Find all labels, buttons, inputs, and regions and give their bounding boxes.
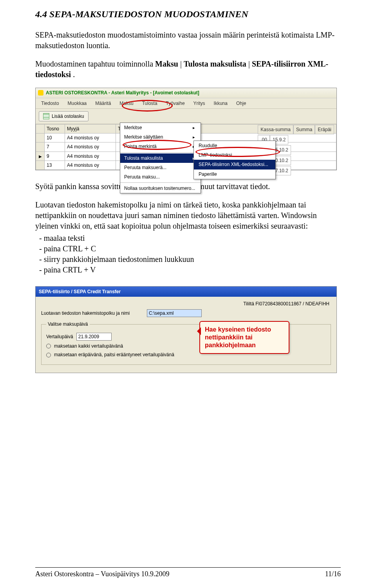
dialog-title: SEPA-tilisiirto / SEPA Credit Transfer — [36, 287, 336, 297]
section-heading: 4.4 SEPA-MAKSUTIEDOSTON MUODOSTAMINEN — [35, 8, 341, 20]
menu-item[interactable]: Ohje — [233, 99, 249, 107]
menu-item-tulosta-maksulista[interactable]: Tulosta maksulista — [120, 153, 201, 163]
radio-label: maksetaan eräpäivänä, paitsi erääntyneet… — [54, 352, 174, 358]
menu-item[interactable]: Yritys — [190, 99, 208, 107]
menubar[interactable]: Tiedosto Muokkaa Määritä Maksu Tulosta T… — [36, 98, 336, 109]
menu-item[interactable]: Maksu — [116, 99, 136, 107]
menu-path-paragraph: Muodostaminen tapahtuu toiminnolla Maksu… — [35, 59, 341, 80]
cell[interactable]: 9 — [45, 152, 65, 161]
col-header[interactable]: Myyjä — [65, 124, 116, 133]
maksu-menu-popup[interactable]: Merkitse Merkitse säilyttäen Poista merk… — [120, 123, 201, 193]
cell[interactable]: A4 monistus oy — [65, 161, 116, 170]
row-selector[interactable] — [36, 161, 45, 170]
menu-item[interactable]: Tulosta — [139, 99, 161, 107]
menu-item[interactable]: Peruuta maksu... — [120, 172, 201, 182]
row-selector[interactable] — [36, 133, 45, 142]
paragraph: Luotavan tiedoston hakemistopolku ja nim… — [35, 200, 341, 231]
app-icon — [38, 90, 43, 96]
menu-item[interactable]: LMP-tiedostoksi... — [194, 150, 275, 160]
menu-step-1: Maksu — [155, 60, 178, 68]
cell[interactable]: 13 — [45, 161, 65, 170]
menu-item[interactable]: Merkitse — [120, 123, 201, 132]
compare-date-input[interactable] — [76, 333, 112, 341]
path-input[interactable] — [147, 309, 202, 317]
cell[interactable]: A4 monistus oy — [65, 152, 116, 161]
app-window-screenshot: ASTERI OSTORESKONTRA - Asteri Malliyrity… — [35, 88, 337, 170]
tulosta-submenu-popup[interactable]: Ruudulle LMP-tiedostoksi... SEPA-tilisii… — [193, 141, 276, 179]
cell[interactable]: A4 monistus oy — [65, 133, 116, 142]
text: . — [73, 70, 75, 79]
col-header: Summa — [293, 125, 315, 134]
menu-item[interactable]: Poista merkintä — [120, 142, 201, 151]
intro-paragraph: SEPA-maksutiedoston muodostamistoiminto … — [35, 30, 341, 51]
field-label: Vertailupäivä — [46, 334, 73, 340]
add-invoice-button[interactable]: Lisää ostolasku — [39, 111, 89, 121]
menu-item[interactable]: Tiedosto — [38, 99, 62, 107]
grid-area: Tosno Myyjä T 10 A4 monistus oy 7 A4 mon… — [36, 124, 336, 170]
chevron-right-icon — [193, 134, 195, 140]
path-label: Luotavan tiedoston hakemistopolku ja nim… — [41, 310, 143, 316]
toolbar: Lisää ostolasku — [36, 109, 336, 124]
menu-item[interactable]: Työvaihe — [163, 99, 188, 107]
red-callout: Hae kyseinen tiedosto nettipankkiin tai … — [199, 321, 289, 354]
sep: | — [248, 60, 252, 68]
text: Muodostaminen tapahtuu toiminnolla — [35, 60, 155, 68]
account-info: Tililtä FI0720843800011867 / NDEAFIHH — [243, 301, 329, 307]
menu-item[interactable]: Nollaa suorituksen tositenumero... — [120, 184, 201, 193]
cell[interactable]: A4 monistus oy — [65, 142, 116, 152]
sep: | — [180, 60, 184, 68]
cell[interactable]: 7 — [45, 142, 65, 152]
list-item: paina CTRL + C — [35, 243, 341, 254]
footer-left: Asteri Ostoreskontra – Vuosipäivitys 10.… — [35, 569, 170, 579]
menu-step-2: Tulosta maksulista — [184, 60, 246, 68]
list-item: siirry pankkiohjelmaan tiedostonimen luu… — [35, 254, 341, 265]
menu-separator — [120, 152, 201, 153]
button-label: Lisää ostolasku — [52, 113, 84, 119]
table-icon — [43, 113, 49, 119]
col-header: Eräpäi — [315, 125, 334, 134]
radio-icon — [46, 344, 51, 348]
col-header[interactable]: Tosno — [45, 124, 65, 133]
menu-item[interactable]: Määritä — [92, 99, 114, 107]
list-item: paina CRTL + V — [35, 265, 341, 275]
menu-item-sepa-xml[interactable]: SEPA-tilisiirron XML-tiedostoksi... — [194, 160, 275, 169]
window-title: ASTERI OSTORESKONTRA - Asteri Malliyrity… — [46, 90, 199, 96]
menu-item[interactable]: Ruudulle — [194, 141, 275, 150]
window-titlebar: ASTERI OSTORESKONTRA - Asteri Malliyrity… — [36, 88, 336, 98]
footer-page-number: 11/16 — [325, 569, 341, 579]
col-header: Kassa-summa — [258, 125, 293, 134]
cell[interactable]: 10 — [45, 133, 65, 142]
row-selector[interactable] — [36, 142, 45, 152]
grid-rowhead-corner — [36, 124, 45, 133]
menu-item[interactable]: Ikkuna — [211, 99, 231, 107]
menu-item[interactable]: Paperille — [194, 170, 275, 179]
list-item: maalaa teksti — [35, 233, 341, 243]
fieldset-legend: Valitse maksupäivä — [46, 321, 90, 327]
menu-item[interactable]: Muokkaa — [65, 99, 90, 107]
row-selector-active[interactable] — [36, 152, 45, 161]
chevron-right-icon — [193, 124, 195, 131]
menu-item[interactable]: Merkitse säilyttäen — [120, 132, 201, 142]
radio-label: maksetaan kaikki vertailupäivänä — [54, 343, 123, 349]
menu-separator — [120, 182, 201, 183]
menu-item[interactable]: Peruuta maksuerä... — [120, 163, 201, 172]
page-footer: Asteri Ostoreskontra – Vuosipäivitys 10.… — [35, 567, 341, 579]
sepa-dialog-screenshot: SEPA-tilisiirto / SEPA Credit Transfer T… — [35, 286, 337, 373]
instruction-list: maalaa teksti paina CTRL + C siirry pank… — [35, 233, 341, 275]
radio-icon — [46, 353, 51, 357]
